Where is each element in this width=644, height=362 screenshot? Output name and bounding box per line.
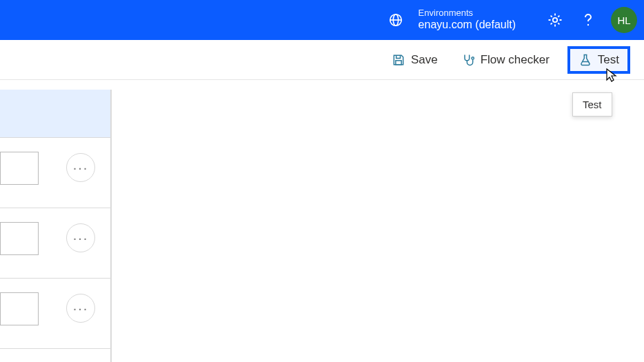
environment-selector[interactable]: Environments enayu.com (default) — [381, 6, 516, 34]
flow-checker-label: Flow checker — [481, 53, 550, 67]
field-input[interactable] — [0, 222, 39, 255]
svg-point-3 — [553, 18, 557, 22]
environment-text: Environments enayu.com (default) — [419, 8, 516, 31]
test-button[interactable]: Test — [567, 46, 630, 74]
more-button[interactable]: ··· — [66, 294, 95, 323]
more-button[interactable]: ··· — [66, 153, 95, 182]
stethoscope-icon — [461, 53, 475, 67]
more-icon: ··· — [73, 230, 89, 246]
more-button[interactable]: ··· — [66, 223, 95, 252]
save-icon — [392, 53, 405, 67]
save-label: Save — [411, 53, 438, 67]
user-avatar[interactable]: HL — [611, 7, 637, 33]
globe-icon — [381, 6, 410, 34]
tooltip-text: Test — [583, 99, 602, 110]
field-row: ··· — [0, 138, 110, 208]
action-toolbar: Save Flow checker Test — [0, 40, 644, 80]
app-header: Environments enayu.com (default) HL — [0, 0, 644, 40]
environments-label: Environments — [419, 8, 516, 19]
svg-point-6 — [472, 57, 474, 59]
field-input[interactable] — [0, 152, 39, 185]
more-icon: ··· — [73, 301, 89, 316]
field-row: ··· — [0, 208, 110, 279]
left-panel: ··· ··· ··· — [0, 90, 112, 362]
flow-checker-button[interactable]: Flow checker — [456, 49, 555, 71]
panel-header[interactable] — [0, 90, 110, 138]
help-icon — [580, 12, 596, 28]
test-tooltip: Test — [572, 92, 612, 117]
flask-icon — [578, 53, 592, 67]
settings-button[interactable] — [541, 6, 570, 34]
field-row: ··· — [0, 279, 110, 349]
svg-rect-5 — [396, 60, 401, 64]
more-icon: ··· — [73, 160, 89, 176]
svg-point-4 — [587, 24, 589, 26]
save-button[interactable]: Save — [386, 49, 443, 71]
gear-icon — [547, 12, 563, 28]
avatar-initials: HL — [617, 14, 630, 26]
environment-name: enayu.com (default) — [419, 19, 516, 31]
test-label: Test — [598, 53, 619, 67]
field-input[interactable] — [0, 292, 39, 325]
help-button[interactable] — [574, 6, 603, 34]
